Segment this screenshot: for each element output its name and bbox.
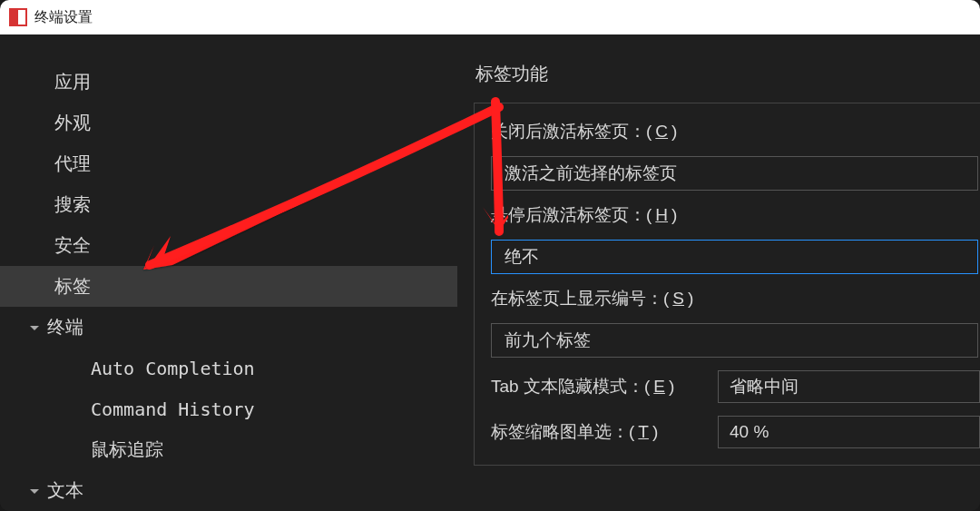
sidebar-header-terminal[interactable]: 终端 — [0, 307, 457, 348]
titlebar: 终端设置 — [0, 0, 980, 34]
tab-hide-row: Tab 文本隐藏模式：(E) 省略中间 — [491, 370, 980, 403]
chevron-down-icon — [29, 322, 40, 333]
section-title: 标签功能 — [474, 62, 980, 86]
chevron-down-icon — [29, 486, 40, 496]
window-title: 终端设置 — [34, 8, 93, 27]
sidebar-item-app[interactable]: 应用 — [0, 62, 457, 103]
sidebar-item-tabs[interactable]: 标签 — [0, 266, 457, 307]
hover-activate-label: 悬停后激活标签页：(H) — [491, 203, 980, 227]
sidebar-item-search[interactable]: 搜索 — [0, 184, 457, 225]
sidebar-subitem-mouse[interactable]: 鼠标追踪 — [0, 429, 457, 470]
tab-hide-combo[interactable]: 省略中间 — [718, 370, 980, 403]
settings-content: 标签功能 关闭后激活标签页：(C) 激活之前选择的标签页 悬停后激活标签页：(H… — [457, 34, 980, 511]
form-panel: 关闭后激活标签页：(C) 激活之前选择的标签页 悬停后激活标签页：(H) 绝不 … — [474, 103, 980, 466]
close-activate-combo[interactable]: 激活之前选择的标签页 — [491, 156, 978, 191]
close-activate-label: 关闭后激活标签页：(C) — [491, 120, 980, 143]
tab-hide-label: Tab 文本隐藏模式：(E) — [491, 375, 700, 398]
thumb-spinner[interactable]: 40 % — [718, 416, 980, 448]
sidebar-subitem-history[interactable]: Command History — [0, 388, 457, 429]
show-number-label: 在标签页上显示编号：(S) — [491, 287, 980, 310]
svg-rect-1 — [10, 9, 18, 25]
sidebar-item-appearance[interactable]: 外观 — [0, 103, 457, 143]
sidebar-item-proxy[interactable]: 代理 — [0, 143, 457, 184]
thumb-label: 标签缩略图单选：(T) — [491, 420, 700, 444]
show-number-combo[interactable]: 前九个标签 — [491, 323, 978, 358]
hover-activate-combo[interactable]: 绝不 — [491, 240, 978, 274]
sidebar-header-text[interactable]: 文本 — [0, 470, 457, 511]
main-area: 应用 外观 代理 搜索 安全 标签 终端 Auto Completion Com… — [0, 34, 980, 511]
thumb-row: 标签缩略图单选：(T) 40 % — [491, 416, 980, 448]
sidebar-subitem-autocomplete[interactable]: Auto Completion — [0, 348, 457, 388]
sidebar-item-security[interactable]: 安全 — [0, 225, 457, 266]
settings-sidebar: 应用 外观 代理 搜索 安全 标签 终端 Auto Completion Com… — [0, 34, 457, 511]
app-icon — [9, 8, 27, 26]
